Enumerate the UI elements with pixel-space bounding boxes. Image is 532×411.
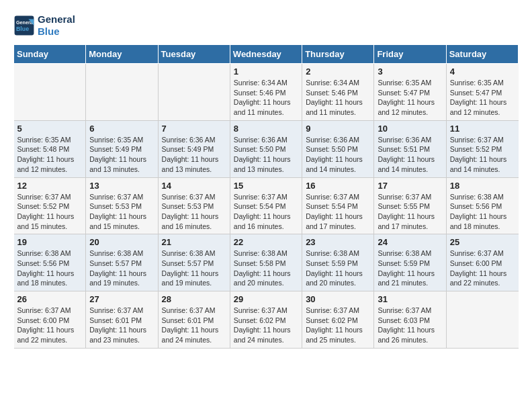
day-number: 16 bbox=[306, 181, 370, 191]
day-info: Sunrise: 6:38 AM Sunset: 5:59 PM Dayligh… bbox=[378, 248, 442, 288]
calendar-week-row: 12Sunrise: 6:37 AM Sunset: 5:52 PM Dayli… bbox=[14, 177, 519, 234]
day-number: 7 bbox=[162, 124, 226, 134]
day-info: Sunrise: 6:36 AM Sunset: 5:51 PM Dayligh… bbox=[378, 135, 442, 175]
calendar-cell: 10Sunrise: 6:36 AM Sunset: 5:51 PM Dayli… bbox=[374, 120, 446, 177]
calendar-cell: 22Sunrise: 6:38 AM Sunset: 5:58 PM Dayli… bbox=[230, 234, 302, 291]
day-info: Sunrise: 6:34 AM Sunset: 5:46 PM Dayligh… bbox=[234, 78, 298, 118]
calendar-table: SundayMondayTuesdayWednesdayThursdayFrid… bbox=[13, 44, 519, 349]
day-number: 18 bbox=[450, 181, 515, 191]
day-number: 31 bbox=[378, 294, 442, 304]
weekday-header-cell: Friday bbox=[374, 45, 446, 64]
calendar-cell: 17Sunrise: 6:37 AM Sunset: 5:55 PM Dayli… bbox=[374, 177, 446, 234]
day-number: 5 bbox=[17, 124, 83, 134]
calendar-cell: 26Sunrise: 6:37 AM Sunset: 6:00 PM Dayli… bbox=[14, 291, 86, 349]
calendar-cell: 7Sunrise: 6:36 AM Sunset: 5:49 PM Daylig… bbox=[158, 120, 230, 177]
page-header: General Blue General Blue bbox=[13, 13, 519, 38]
day-info: Sunrise: 6:37 AM Sunset: 6:03 PM Dayligh… bbox=[378, 306, 442, 345]
day-info: Sunrise: 6:37 AM Sunset: 5:52 PM Dayligh… bbox=[17, 192, 83, 232]
weekday-header-row: SundayMondayTuesdayWednesdayThursdayFrid… bbox=[14, 45, 519, 64]
day-info: Sunrise: 6:37 AM Sunset: 5:53 PM Dayligh… bbox=[162, 192, 226, 232]
calendar-cell: 11Sunrise: 6:37 AM Sunset: 5:52 PM Dayli… bbox=[446, 120, 518, 177]
calendar-cell: 23Sunrise: 6:38 AM Sunset: 5:59 PM Dayli… bbox=[302, 234, 374, 291]
day-info: Sunrise: 6:35 AM Sunset: 5:47 PM Dayligh… bbox=[378, 78, 442, 118]
calendar-cell: 14Sunrise: 6:37 AM Sunset: 5:53 PM Dayli… bbox=[158, 177, 230, 234]
day-number: 27 bbox=[89, 294, 154, 304]
calendar-cell: 30Sunrise: 6:37 AM Sunset: 6:02 PM Dayli… bbox=[302, 291, 374, 349]
day-number: 17 bbox=[378, 181, 442, 191]
day-info: Sunrise: 6:36 AM Sunset: 5:50 PM Dayligh… bbox=[234, 135, 298, 175]
svg-text:Blue: Blue bbox=[16, 26, 29, 32]
day-info: Sunrise: 6:35 AM Sunset: 5:47 PM Dayligh… bbox=[450, 78, 515, 118]
day-number: 21 bbox=[162, 237, 226, 247]
day-number: 14 bbox=[162, 181, 226, 191]
day-info: Sunrise: 6:38 AM Sunset: 5:57 PM Dayligh… bbox=[89, 248, 154, 288]
day-number: 3 bbox=[378, 66, 442, 77]
day-number: 6 bbox=[89, 124, 154, 134]
calendar-cell: 2Sunrise: 6:34 AM Sunset: 5:46 PM Daylig… bbox=[302, 64, 374, 121]
day-info: Sunrise: 6:38 AM Sunset: 5:56 PM Dayligh… bbox=[17, 248, 83, 288]
day-info: Sunrise: 6:37 AM Sunset: 6:01 PM Dayligh… bbox=[162, 306, 226, 345]
day-info: Sunrise: 6:37 AM Sunset: 6:02 PM Dayligh… bbox=[234, 306, 298, 345]
day-info: Sunrise: 6:37 AM Sunset: 5:52 PM Dayligh… bbox=[450, 135, 515, 175]
calendar-cell bbox=[86, 64, 158, 121]
weekday-header-cell: Monday bbox=[86, 45, 158, 64]
day-number: 26 bbox=[17, 294, 83, 304]
calendar-cell: 6Sunrise: 6:35 AM Sunset: 5:49 PM Daylig… bbox=[86, 120, 158, 177]
day-number: 29 bbox=[234, 294, 298, 304]
calendar-cell: 16Sunrise: 6:37 AM Sunset: 5:54 PM Dayli… bbox=[302, 177, 374, 234]
day-info: Sunrise: 6:38 AM Sunset: 5:57 PM Dayligh… bbox=[162, 248, 226, 288]
calendar-cell: 31Sunrise: 6:37 AM Sunset: 6:03 PM Dayli… bbox=[374, 291, 446, 349]
calendar-cell: 21Sunrise: 6:38 AM Sunset: 5:57 PM Dayli… bbox=[158, 234, 230, 291]
weekday-header-cell: Sunday bbox=[14, 45, 86, 64]
calendar-cell: 3Sunrise: 6:35 AM Sunset: 5:47 PM Daylig… bbox=[374, 64, 446, 121]
calendar-cell: 28Sunrise: 6:37 AM Sunset: 6:01 PM Dayli… bbox=[158, 291, 230, 349]
day-number: 13 bbox=[89, 181, 154, 191]
weekday-header-cell: Wednesday bbox=[230, 45, 302, 64]
day-number: 19 bbox=[17, 237, 83, 247]
calendar-cell: 27Sunrise: 6:37 AM Sunset: 6:01 PM Dayli… bbox=[86, 291, 158, 349]
calendar-cell: 9Sunrise: 6:36 AM Sunset: 5:50 PM Daylig… bbox=[302, 120, 374, 177]
calendar-cell bbox=[446, 291, 518, 349]
calendar-week-row: 26Sunrise: 6:37 AM Sunset: 6:00 PM Dayli… bbox=[14, 291, 519, 349]
calendar-cell: 5Sunrise: 6:35 AM Sunset: 5:48 PM Daylig… bbox=[14, 120, 86, 177]
day-info: Sunrise: 6:37 AM Sunset: 5:53 PM Dayligh… bbox=[89, 192, 154, 232]
calendar-week-row: 5Sunrise: 6:35 AM Sunset: 5:48 PM Daylig… bbox=[14, 120, 519, 177]
calendar-cell: 19Sunrise: 6:38 AM Sunset: 5:56 PM Dayli… bbox=[14, 234, 86, 291]
day-number: 25 bbox=[450, 237, 515, 247]
day-number: 20 bbox=[89, 237, 154, 247]
day-number: 30 bbox=[306, 294, 370, 304]
calendar-week-row: 19Sunrise: 6:38 AM Sunset: 5:56 PM Dayli… bbox=[14, 234, 519, 291]
calendar-cell: 18Sunrise: 6:38 AM Sunset: 5:56 PM Dayli… bbox=[446, 177, 518, 234]
day-number: 1 bbox=[234, 66, 298, 77]
calendar-cell: 29Sunrise: 6:37 AM Sunset: 6:02 PM Dayli… bbox=[230, 291, 302, 349]
day-number: 2 bbox=[306, 66, 370, 77]
day-info: Sunrise: 6:35 AM Sunset: 5:48 PM Dayligh… bbox=[17, 135, 83, 175]
weekday-header-cell: Tuesday bbox=[158, 45, 230, 64]
day-number: 12 bbox=[17, 181, 83, 191]
calendar-cell: 20Sunrise: 6:38 AM Sunset: 5:57 PM Dayli… bbox=[86, 234, 158, 291]
weekday-header-cell: Thursday bbox=[302, 45, 374, 64]
day-number: 23 bbox=[306, 237, 370, 247]
logo-text: General Blue bbox=[38, 13, 75, 38]
calendar-cell: 12Sunrise: 6:37 AM Sunset: 5:52 PM Dayli… bbox=[14, 177, 86, 234]
day-info: Sunrise: 6:37 AM Sunset: 6:02 PM Dayligh… bbox=[306, 306, 370, 345]
day-info: Sunrise: 6:35 AM Sunset: 5:49 PM Dayligh… bbox=[89, 135, 154, 175]
calendar-cell: 8Sunrise: 6:36 AM Sunset: 5:50 PM Daylig… bbox=[230, 120, 302, 177]
day-number: 9 bbox=[306, 124, 370, 134]
day-info: Sunrise: 6:38 AM Sunset: 5:56 PM Dayligh… bbox=[450, 192, 515, 232]
day-info: Sunrise: 6:38 AM Sunset: 5:59 PM Dayligh… bbox=[306, 248, 370, 288]
day-number: 15 bbox=[234, 181, 298, 191]
weekday-header-cell: Saturday bbox=[446, 45, 518, 64]
day-number: 11 bbox=[450, 124, 515, 134]
calendar-cell bbox=[14, 64, 86, 121]
day-info: Sunrise: 6:37 AM Sunset: 5:54 PM Dayligh… bbox=[234, 192, 298, 232]
day-number: 4 bbox=[450, 66, 515, 77]
day-number: 24 bbox=[378, 237, 442, 247]
day-info: Sunrise: 6:37 AM Sunset: 5:55 PM Dayligh… bbox=[378, 192, 442, 232]
day-info: Sunrise: 6:36 AM Sunset: 5:49 PM Dayligh… bbox=[162, 135, 226, 175]
day-number: 8 bbox=[234, 124, 298, 134]
calendar-cell: 4Sunrise: 6:35 AM Sunset: 5:47 PM Daylig… bbox=[446, 64, 518, 121]
calendar-cell: 1Sunrise: 6:34 AM Sunset: 5:46 PM Daylig… bbox=[230, 64, 302, 121]
calendar-cell: 24Sunrise: 6:38 AM Sunset: 5:59 PM Dayli… bbox=[374, 234, 446, 291]
day-info: Sunrise: 6:34 AM Sunset: 5:46 PM Dayligh… bbox=[306, 78, 370, 118]
